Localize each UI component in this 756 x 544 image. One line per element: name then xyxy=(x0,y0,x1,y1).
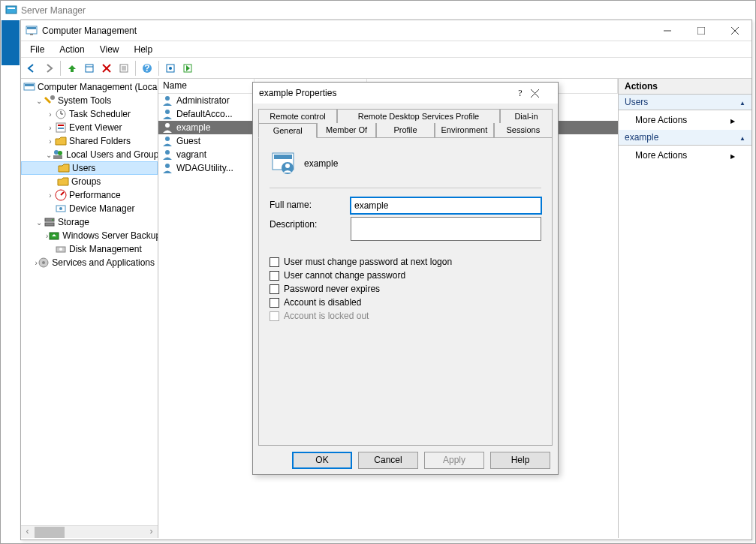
delete-button[interactable] xyxy=(98,60,115,77)
back-button[interactable] xyxy=(23,60,40,77)
submenu-icon xyxy=(730,150,735,161)
checkbox-icon[interactable] xyxy=(270,298,279,308)
tree-system-tools[interactable]: ⌄ System Tools xyxy=(21,94,158,107)
expand-icon[interactable]: › xyxy=(46,110,55,119)
collapse-icon[interactable]: ⌄ xyxy=(46,151,52,159)
extra-tool-1[interactable] xyxy=(162,60,179,77)
mmc-icon xyxy=(26,25,38,37)
event-icon xyxy=(55,122,67,134)
checkbox-password-never-expires[interactable]: Password never expires xyxy=(270,284,541,294)
properties-button[interactable] xyxy=(116,60,132,77)
svg-rect-6 xyxy=(697,27,705,35)
menu-bar: File Action View Help xyxy=(21,41,751,58)
close-button[interactable] xyxy=(718,20,751,41)
actions-more-users[interactable]: More Actions xyxy=(619,110,751,130)
tab-dialin[interactable]: Dial-in xyxy=(500,109,553,123)
expand-icon[interactable]: › xyxy=(46,124,55,132)
tab-environment[interactable]: Environment xyxy=(435,123,493,138)
checkbox-icon[interactable] xyxy=(270,284,279,294)
tab-member-of[interactable]: Member Of xyxy=(317,123,375,138)
users-groups-icon xyxy=(52,149,64,161)
expand-icon[interactable]: › xyxy=(46,137,55,146)
tree-shared-folders[interactable]: › Shared Folders xyxy=(21,134,158,148)
server-manager-titlebar: Server Manager xyxy=(1,1,755,20)
disk-icon xyxy=(55,243,67,255)
scrollbar-thumb[interactable] xyxy=(35,527,65,538)
tree-windows-server-backup[interactable]: › Windows Server Backup xyxy=(21,229,158,242)
backup-icon xyxy=(48,230,60,242)
show-hide-tree-button[interactable] xyxy=(81,60,98,77)
tab-remote-control[interactable]: Remote control xyxy=(258,109,337,123)
shared-folder-icon xyxy=(55,135,67,147)
dialog-help-button[interactable]: ? xyxy=(510,88,531,99)
device-icon xyxy=(55,203,67,215)
checkbox-must-change-password[interactable]: User must change password at next logon xyxy=(270,257,541,267)
actions-more-example[interactable]: More Actions xyxy=(619,146,751,165)
divider xyxy=(270,188,541,188)
help-button[interactable]: ? xyxy=(139,60,155,77)
full-name-label: Full name: xyxy=(270,197,351,210)
tree-event-viewer[interactable]: › Event Viewer xyxy=(21,121,158,134)
svg-point-45 xyxy=(42,261,45,264)
computer-icon xyxy=(23,81,35,93)
tools-icon xyxy=(44,95,56,107)
tab-profile[interactable]: Profile xyxy=(376,123,435,138)
mmc-titlebar[interactable]: Computer Management xyxy=(21,20,751,41)
full-name-input[interactable] xyxy=(351,197,541,214)
tab-sessions[interactable]: Sessions xyxy=(494,123,553,138)
tree-task-scheduler[interactable]: › Task Scheduler xyxy=(21,107,158,121)
user-icon xyxy=(161,122,173,134)
performance-icon xyxy=(55,189,67,201)
dialog-titlebar[interactable]: example Properties ? xyxy=(253,83,558,104)
collapse-icon xyxy=(739,132,745,143)
tree-disk-management[interactable]: › Disk Management xyxy=(21,242,158,256)
extra-tool-2[interactable] xyxy=(179,60,196,77)
forward-button[interactable] xyxy=(41,60,57,77)
server-manager-title: Server Manager xyxy=(21,5,86,16)
menu-help[interactable]: Help xyxy=(127,42,161,57)
expand-icon[interactable]: › xyxy=(46,191,55,200)
dialog-help-btn[interactable]: Help xyxy=(490,452,550,469)
collapse-icon xyxy=(739,97,745,107)
actions-pane: Actions Users More Actions example More … xyxy=(619,79,751,538)
submenu-icon xyxy=(730,115,735,125)
svg-point-40 xyxy=(52,219,53,221)
dialog-username: example xyxy=(304,158,338,169)
tree-storage[interactable]: ⌄ Storage xyxy=(21,215,158,229)
col-name[interactable]: Name xyxy=(158,79,255,93)
tree-users[interactable]: Users xyxy=(21,161,158,175)
description-label: Description: xyxy=(270,217,351,230)
cancel-button[interactable]: Cancel xyxy=(358,452,418,469)
checkbox-cannot-change-password[interactable]: User cannot change password xyxy=(270,270,541,281)
description-input[interactable] xyxy=(351,217,541,241)
menu-action[interactable]: Action xyxy=(52,42,92,57)
checkbox-account-locked: Account is locked out xyxy=(270,311,541,321)
tree-performance[interactable]: › Performance xyxy=(21,188,158,202)
tree-root[interactable]: Computer Management (Local xyxy=(21,80,158,94)
menu-file[interactable]: File xyxy=(23,42,52,57)
minimize-button[interactable] xyxy=(650,20,684,41)
tree-local-users-groups[interactable]: ⌄ Local Users and Groups xyxy=(21,148,158,161)
checkbox-account-disabled[interactable]: Account is disabled xyxy=(270,297,541,308)
svg-point-47 xyxy=(165,110,170,114)
tab-general[interactable]: General xyxy=(258,123,317,138)
tree-horizontal-scrollbar[interactable]: ‹ › xyxy=(21,525,158,538)
tree-groups[interactable]: Groups xyxy=(21,175,158,188)
checkbox-icon[interactable] xyxy=(270,271,279,281)
tree-device-manager[interactable]: › Device Manager xyxy=(21,202,158,215)
svg-rect-31 xyxy=(58,128,64,129)
up-button[interactable] xyxy=(64,60,80,77)
tab-rds-profile[interactable]: Remote Desktop Services Profile xyxy=(337,109,500,123)
actions-section-example[interactable]: example xyxy=(619,130,751,146)
ok-button[interactable]: OK xyxy=(292,452,352,469)
dialog-close-button[interactable] xyxy=(531,89,552,98)
tree-services-apps[interactable]: › Services and Applications xyxy=(21,256,158,269)
svg-rect-3 xyxy=(27,27,36,29)
menu-view[interactable]: View xyxy=(92,42,127,57)
checkbox-icon[interactable] xyxy=(270,257,279,267)
maximize-button[interactable] xyxy=(684,20,718,41)
actions-section-users[interactable]: Users xyxy=(619,95,751,110)
collapse-icon[interactable]: ⌄ xyxy=(35,97,44,105)
collapse-icon[interactable]: ⌄ xyxy=(35,218,44,227)
svg-rect-34 xyxy=(53,155,62,159)
